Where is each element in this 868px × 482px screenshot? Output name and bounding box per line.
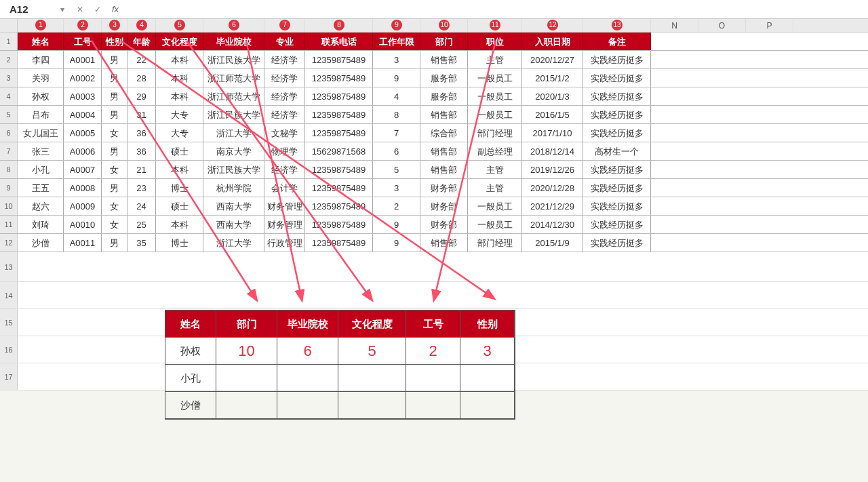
table-cell[interactable]: 2016/1/5 bbox=[522, 106, 583, 123]
table-cell[interactable]: 实践经历挺多 bbox=[583, 179, 651, 197]
lookup-header-cell[interactable]: 文化程度 bbox=[338, 310, 406, 338]
table-cell[interactable]: 2014/12/30 bbox=[522, 216, 583, 233]
table-cell[interactable]: A0005 bbox=[64, 124, 102, 142]
table-cell[interactable]: 硕士 bbox=[156, 142, 203, 160]
row-header[interactable]: 10 bbox=[0, 197, 18, 215]
table-cell[interactable]: 12359875489 bbox=[305, 69, 373, 87]
table-cell[interactable]: A0003 bbox=[64, 87, 102, 105]
lookup-cell[interactable] bbox=[277, 365, 338, 392]
table-cell[interactable]: 28 bbox=[127, 69, 156, 87]
table-cell[interactable]: 一般员工 bbox=[468, 106, 522, 123]
row-header[interactable]: 16 bbox=[0, 336, 18, 363]
table-cell[interactable]: 实践经历挺多 bbox=[583, 161, 651, 178]
table-cell[interactable]: 孙权 bbox=[18, 87, 64, 105]
lookup-cell[interactable] bbox=[216, 392, 277, 419]
lookup-header-cell[interactable]: 毕业院校 bbox=[277, 310, 338, 338]
table-cell[interactable]: 经济学 bbox=[264, 69, 305, 87]
table-header-cell[interactable]: 文化程度 bbox=[156, 33, 203, 50]
lookup-cell[interactable] bbox=[406, 365, 460, 392]
table-cell[interactable]: 3 bbox=[373, 179, 420, 197]
row-header[interactable]: 4 bbox=[0, 87, 18, 105]
table-cell[interactable]: 西南大学 bbox=[203, 216, 264, 233]
table-cell[interactable]: 男 bbox=[102, 179, 127, 197]
table-cell[interactable]: 销售部 bbox=[420, 142, 468, 160]
table-cell[interactable]: 36 bbox=[127, 142, 156, 160]
dropdown-icon[interactable]: ▾ bbox=[56, 3, 69, 16]
table-cell[interactable]: 销售部 bbox=[420, 106, 468, 123]
table-cell[interactable]: 浙江师范大学 bbox=[203, 69, 264, 87]
table-cell[interactable]: 物理学 bbox=[264, 142, 305, 160]
table-cell[interactable]: 女儿国王 bbox=[18, 124, 64, 142]
lookup-header-cell[interactable]: 性别 bbox=[460, 310, 515, 338]
table-cell[interactable]: 女 bbox=[102, 161, 127, 178]
table-cell[interactable]: 6 bbox=[373, 142, 420, 160]
table-cell[interactable]: 一般员工 bbox=[468, 216, 522, 233]
table-cell[interactable]: 浙江民族大学 bbox=[203, 106, 264, 123]
table-cell[interactable]: 2015/1/9 bbox=[522, 234, 583, 252]
lookup-header-cell[interactable]: 工号 bbox=[406, 310, 460, 338]
table-cell[interactable]: 财务部 bbox=[420, 179, 468, 197]
row-header[interactable]: 11 bbox=[0, 216, 18, 233]
table-cell[interactable]: 男 bbox=[102, 87, 127, 105]
table-header-cell[interactable]: 职位 bbox=[468, 33, 522, 50]
row-header[interactable]: 3 bbox=[0, 69, 18, 87]
confirm-icon[interactable]: ✓ bbox=[91, 3, 104, 16]
table-cell[interactable]: 实践经历挺多 bbox=[583, 51, 651, 68]
table-cell[interactable]: 2017/1/10 bbox=[522, 124, 583, 142]
table-cell[interactable]: 博士 bbox=[156, 179, 203, 197]
table-cell[interactable]: 男 bbox=[102, 69, 127, 87]
table-cell[interactable]: 副总经理 bbox=[468, 142, 522, 160]
table-cell[interactable]: A0007 bbox=[64, 161, 102, 178]
table-header-cell[interactable]: 备注 bbox=[583, 33, 651, 50]
table-cell[interactable]: 9 bbox=[373, 234, 420, 252]
row-header[interactable]: 1 bbox=[0, 33, 18, 50]
row-header[interactable]: 15 bbox=[0, 309, 18, 336]
table-header-cell[interactable]: 性别 bbox=[102, 33, 127, 50]
table-cell[interactable]: 小孔 bbox=[18, 161, 64, 178]
row-header[interactable]: 6 bbox=[0, 124, 18, 142]
table-cell[interactable]: 本科 bbox=[156, 69, 203, 87]
table-cell[interactable]: 24 bbox=[127, 197, 156, 215]
table-cell[interactable]: 本科 bbox=[156, 161, 203, 178]
row-header[interactable]: 12 bbox=[0, 234, 18, 252]
table-cell[interactable]: 12359875489 bbox=[305, 234, 373, 252]
table-cell[interactable]: 2020/12/28 bbox=[522, 179, 583, 197]
lookup-cell[interactable]: 小孔 bbox=[165, 365, 216, 392]
table-cell[interactable]: 2 bbox=[373, 197, 420, 215]
table-cell[interactable]: 实践经历挺多 bbox=[583, 216, 651, 233]
column-header-P[interactable]: P bbox=[746, 19, 793, 32]
table-cell[interactable]: 综合部 bbox=[420, 124, 468, 142]
table-cell[interactable]: 一般员工 bbox=[468, 197, 522, 215]
lookup-header-cell[interactable]: 部门 bbox=[216, 310, 277, 338]
table-cell[interactable]: 财务管理 bbox=[264, 197, 305, 215]
table-cell[interactable]: 9 bbox=[373, 69, 420, 87]
table-header-cell[interactable]: 姓名 bbox=[18, 33, 64, 50]
table-cell[interactable]: 高材生一个 bbox=[583, 142, 651, 160]
table-cell[interactable]: 服务部 bbox=[420, 69, 468, 87]
table-header-cell[interactable]: 部门 bbox=[420, 33, 468, 50]
table-cell[interactable]: 2015/1/2 bbox=[522, 69, 583, 87]
table-cell[interactable]: 关羽 bbox=[18, 69, 64, 87]
table-cell[interactable]: 12359875489 bbox=[305, 87, 373, 105]
table-cell[interactable]: 2021/12/29 bbox=[522, 197, 583, 215]
table-cell[interactable]: 经济学 bbox=[264, 161, 305, 178]
table-cell[interactable]: 大专 bbox=[156, 124, 203, 142]
table-cell[interactable]: 销售部 bbox=[420, 51, 468, 68]
table-cell[interactable]: 财务部 bbox=[420, 216, 468, 233]
table-cell[interactable]: 赵六 bbox=[18, 197, 64, 215]
table-cell[interactable]: 会计学 bbox=[264, 179, 305, 197]
table-cell[interactable]: 9 bbox=[373, 216, 420, 233]
row-header[interactable]: 2 bbox=[0, 51, 18, 68]
lookup-cell[interactable] bbox=[338, 392, 406, 419]
table-cell[interactable]: 实践经历挺多 bbox=[583, 234, 651, 252]
lookup-cell[interactable] bbox=[338, 365, 406, 392]
table-cell[interactable]: 12359875489 bbox=[305, 216, 373, 233]
lookup-cell[interactable] bbox=[406, 392, 460, 419]
table-cell[interactable]: 女 bbox=[102, 216, 127, 233]
table-cell[interactable]: 行政管理 bbox=[264, 234, 305, 252]
table-cell[interactable]: 浙江师范大学 bbox=[203, 87, 264, 105]
table-cell[interactable]: 男 bbox=[102, 106, 127, 123]
table-header-cell[interactable]: 毕业院校 bbox=[203, 33, 264, 50]
table-cell[interactable]: 文秘学 bbox=[264, 124, 305, 142]
table-cell[interactable]: 主管 bbox=[468, 51, 522, 68]
